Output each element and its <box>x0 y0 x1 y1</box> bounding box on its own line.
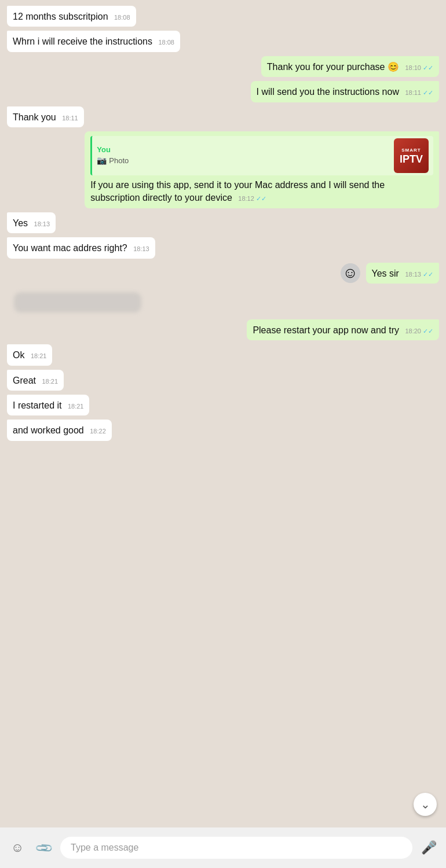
message-time: 18:13 <box>34 220 50 227</box>
message-text: I will send you the instructions now <box>257 87 399 97</box>
message-time: 18:08 <box>114 14 130 21</box>
message-row: Please restart your app now and try 18:2… <box>7 319 439 340</box>
quote-author: You <box>97 145 129 155</box>
message-row: Thank you 18:11 <box>7 106 439 127</box>
iptv-thumbnail: SMART IPTV <box>394 138 429 173</box>
message-bubble: Thank you 18:11 <box>7 106 84 127</box>
message-text: Please restart your app now and try <box>253 325 399 335</box>
message-row: Yes 18:13 <box>7 212 439 233</box>
quote-text: Photo <box>109 156 129 166</box>
paperclip-icon: 📎 <box>34 838 54 858</box>
message-bubble: I will send you the instructions now 18:… <box>251 81 439 102</box>
emoji-icon[interactable]: ☺ <box>7 837 28 858</box>
scroll-down-button[interactable]: ⌄ <box>414 793 437 816</box>
message-bubble: 12 months subscritpion 18:08 <box>7 6 136 27</box>
message-bubble: and worked good 18:22 <box>7 420 112 440</box>
emoji-face-icon: ☺ <box>11 840 24 855</box>
message-input[interactable]: Type a message <box>60 837 412 859</box>
message-text: Thank you <box>13 112 56 122</box>
message-text: Whrn i will receive the instructions <box>13 36 152 46</box>
message-bubble: You want mac addres right? 18:13 <box>7 237 155 258</box>
chat-messages: 12 months subscritpion 18:08 Whrn i will… <box>0 0 446 827</box>
message-bubble: You 📷 Photo SMART IPTV If you are using … <box>85 131 439 208</box>
message-text: You want mac addres right? <box>13 243 127 253</box>
message-row: You 📷 Photo SMART IPTV If you are using … <box>7 131 439 208</box>
message-bubble: Whrn i will receive the instructions 18:… <box>7 31 180 52</box>
message-row: Whrn i will receive the instructions 18:… <box>7 31 439 52</box>
message-time: 18:11 <box>62 115 78 122</box>
message-row: Great 18:21 <box>7 370 439 391</box>
message-text: Yes <box>13 218 28 228</box>
message-time: 18:21 <box>31 352 47 359</box>
message-text: I restarted it <box>13 400 61 410</box>
message-time: 18:08 <box>158 39 174 46</box>
input-placeholder: Type a message <box>71 843 138 852</box>
message-time: 18:21 <box>68 403 84 410</box>
microphone-icon: 🎤 <box>421 840 437 855</box>
message-time: 18:10 ✓✓ <box>405 64 433 71</box>
message-bubble: Ok 18:21 <box>7 344 52 365</box>
message-bubble: Great 18:21 <box>7 370 64 391</box>
message-text: 12 months subscritpion <box>13 12 108 21</box>
message-time: 18:13 <box>133 245 149 252</box>
iptv-smart-label: SMART <box>401 147 421 153</box>
message-bubble: Yes sir 18:13 ✓✓ <box>366 263 439 284</box>
blurred-content <box>14 292 141 312</box>
message-bubble: Thank you for your purchase 😊 18:10 ✓✓ <box>261 56 439 77</box>
message-time: 18:22 <box>90 428 106 435</box>
message-row: and worked good 18:22 <box>7 420 439 440</box>
input-bar: ☺ 📎 Type a message 🎤 <box>0 827 446 868</box>
mic-button[interactable]: 🎤 <box>418 837 439 858</box>
message-row: ☺ Yes sir 18:13 ✓✓ <box>7 263 439 284</box>
attachment-icon[interactable]: 📎 <box>30 833 59 863</box>
message-row: You want mac addres right? 18:13 <box>7 237 439 258</box>
message-time: 18:20 ✓✓ <box>405 328 433 334</box>
message-row: 12 months subscritpion 18:08 <box>7 6 439 27</box>
message-text: Ok <box>13 350 24 360</box>
message-row: Thank you for your purchase 😊 18:10 ✓✓ <box>7 56 439 77</box>
message-text: Great <box>13 376 36 385</box>
message-row: I will send you the instructions now 18:… <box>7 81 439 102</box>
message-time: 18:11 ✓✓ <box>405 89 433 96</box>
message-bubble: Please restart your app now and try 18:2… <box>247 319 439 340</box>
iptv-label: IPTV <box>400 154 423 164</box>
message-bubble: Yes 18:13 <box>7 212 56 233</box>
message-row: I restarted it 18:21 <box>7 395 439 415</box>
message-text: Thank you for your purchase 😊 <box>267 62 399 72</box>
message-bubble: I restarted it 18:21 <box>7 395 89 415</box>
avatar-emoji: ☺ <box>341 263 360 283</box>
message-row: Ok 18:21 <box>7 344 439 365</box>
chevron-down-icon: ⌄ <box>421 799 430 810</box>
message-text: and worked good <box>13 425 84 435</box>
message-text: Yes sir <box>372 269 399 278</box>
chat-wrapper: 12 months subscritpion 18:08 Whrn i will… <box>0 0 446 868</box>
message-time: 18:13 ✓✓ <box>405 271 433 278</box>
quote-content: 📷 Photo <box>97 155 129 167</box>
message-time: 18:12 ✓✓ <box>238 195 266 202</box>
quote-block: You 📷 Photo SMART IPTV <box>90 136 433 175</box>
quote-info: You 📷 Photo <box>97 145 129 167</box>
message-time: 18:21 <box>42 378 58 385</box>
